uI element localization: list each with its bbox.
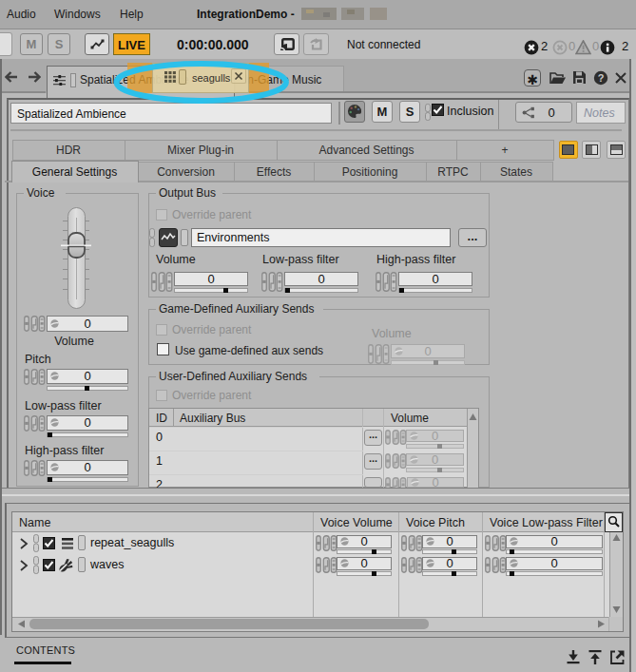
svg-text:?: ? — [598, 72, 605, 84]
